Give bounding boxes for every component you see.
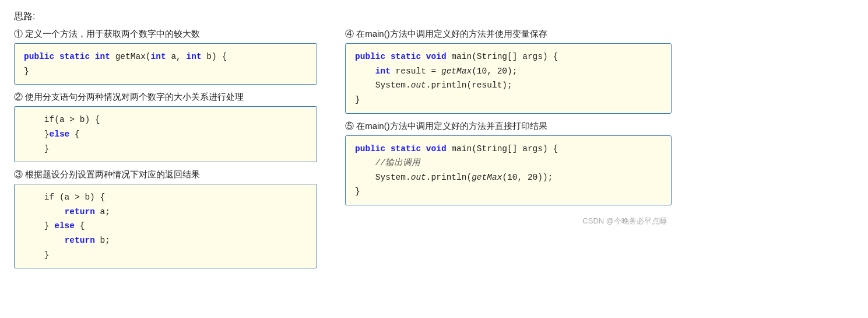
right-column: ④ 在main()方法中调用定义好的方法并使用变量保存 public stati…	[345, 29, 672, 226]
thinking-label: 思路:	[14, 11, 854, 23]
watermark: CSDN @今晚务必早点睡	[345, 216, 672, 226]
left-column: ① 定义一个方法，用于获取两个数字中的较大数 public static int…	[14, 29, 317, 270]
step1-code-box: public static int getMax(int a, int b) {…	[14, 43, 317, 85]
step2-label: ② 使用分支语句分两种情况对两个数字的大小关系进行处理	[14, 92, 317, 103]
step4-label: ④ 在main()方法中调用定义好的方法并使用变量保存	[345, 29, 672, 40]
step4-code-box: public static void main(String[] args) {…	[345, 43, 672, 114]
step1-label: ① 定义一个方法，用于获取两个数字中的较大数	[14, 29, 317, 40]
step5-label: ⑤ 在main()方法中调用定义好的方法并直接打印结果	[345, 121, 672, 132]
step5-code-box: public static void main(String[] args) {…	[345, 135, 672, 206]
step2-code-box: if(a > b) { }else { }	[14, 106, 317, 162]
step3-label: ③ 根据题设分别设置两种情况下对应的返回结果	[14, 169, 317, 180]
step3-code-box: if (a > b) { return a; } else { return b…	[14, 184, 317, 268]
